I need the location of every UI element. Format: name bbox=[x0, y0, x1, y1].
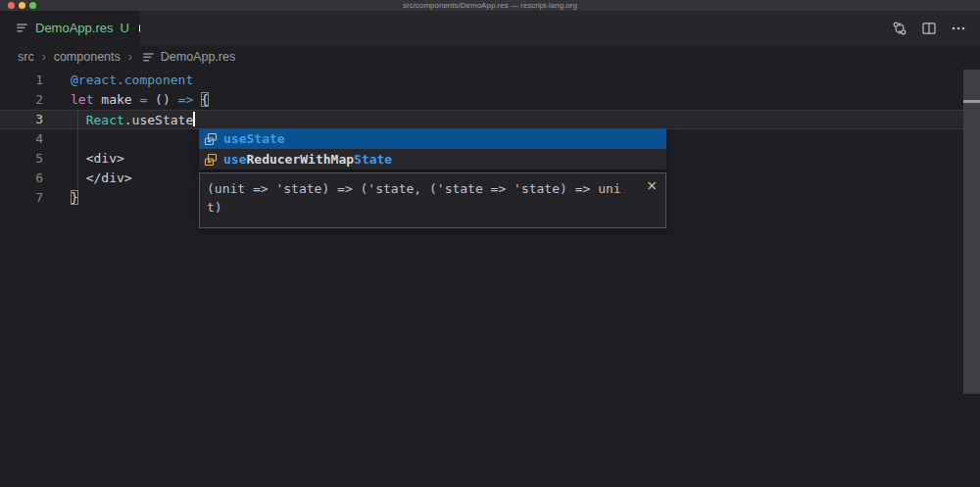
ellipsis-icon[interactable] bbox=[951, 21, 966, 36]
chevron-right-icon: › bbox=[42, 50, 46, 64]
modified-dot-icon[interactable] bbox=[139, 24, 140, 32]
docs-line: t) bbox=[207, 198, 640, 217]
tab-label: DemoApp.res bbox=[35, 21, 113, 35]
code-line-2[interactable]: 2let make = () => { bbox=[0, 90, 980, 110]
docs-line: (unit => 'state) => ('state, ('state => … bbox=[207, 179, 640, 198]
tab-bar: DemoApp.res U bbox=[0, 11, 980, 45]
chevron-right-icon: › bbox=[128, 50, 132, 64]
git-status-badge: U bbox=[120, 21, 128, 35]
code-text: } bbox=[43, 188, 78, 208]
editor-actions bbox=[892, 11, 966, 45]
line-number: 4 bbox=[0, 129, 43, 149]
code-text bbox=[43, 129, 71, 149]
window-title: src/components/DemoApp.res — rescript-la… bbox=[0, 0, 980, 11]
suggest-widget: useStateuseReducerWithMapState bbox=[199, 128, 666, 170]
breadcrumb-components[interactable]: components bbox=[54, 50, 121, 64]
suggestion-label: useReducerWithMapState bbox=[223, 152, 392, 167]
code-line-3[interactable]: 3 React.useState bbox=[0, 110, 980, 129]
symbol-value-icon bbox=[203, 131, 219, 147]
breadcrumb-file[interactable]: DemoApp.res bbox=[161, 50, 235, 64]
line-number: 3 bbox=[0, 110, 43, 129]
line-number: 5 bbox=[0, 149, 43, 169]
rescript-file-icon bbox=[16, 22, 28, 34]
line-number: 6 bbox=[0, 169, 43, 188]
breadcrumb-src[interactable]: src bbox=[18, 50, 34, 64]
git-compare-icon[interactable] bbox=[892, 21, 907, 36]
type-signature: (unit => 'state) => ('state, ('state => … bbox=[207, 179, 640, 217]
vscode-window: src/components/DemoApp.res — rescript-la… bbox=[0, 0, 980, 487]
split-editor-icon[interactable] bbox=[921, 21, 937, 36]
line-number: 7 bbox=[0, 188, 43, 208]
line-number: 2 bbox=[0, 90, 43, 110]
close-icon[interactable]: × bbox=[646, 178, 658, 192]
suggest-docs-panel: (unit => 'state) => ('state, ('state => … bbox=[199, 172, 666, 228]
suggestion-item[interactable]: useState bbox=[199, 128, 666, 149]
breadcrumb: src › components › DemoApp.res bbox=[0, 45, 980, 69]
code-text: </div> bbox=[43, 169, 132, 188]
titlebar: src/components/DemoApp.res — rescript-la… bbox=[0, 0, 980, 11]
suggestion-label: useState bbox=[223, 131, 285, 146]
code-line-1[interactable]: 1@react.component bbox=[0, 71, 980, 90]
rescript-file-icon bbox=[142, 51, 155, 64]
tab-demoapp-res[interactable]: DemoApp.res U bbox=[0, 11, 140, 45]
code-text: <div> bbox=[43, 149, 124, 169]
code-text: React.useState bbox=[43, 110, 195, 129]
code-text: let make = () => { bbox=[43, 90, 209, 110]
text-cursor bbox=[193, 112, 195, 126]
code-text: @react.component bbox=[43, 71, 193, 90]
suggestion-item[interactable]: useReducerWithMapState bbox=[199, 149, 666, 170]
symbol-value-icon bbox=[203, 152, 219, 168]
vertical-scrollbar[interactable] bbox=[963, 70, 980, 394]
line-number: 1 bbox=[0, 71, 43, 90]
overview-ruler-cursor-marker bbox=[963, 100, 980, 103]
